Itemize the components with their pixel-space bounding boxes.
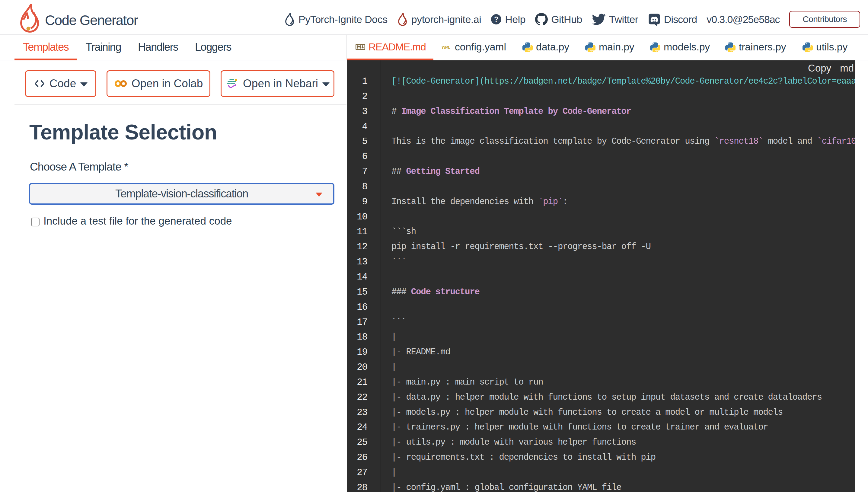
svg-text:?: ? <box>494 15 498 23</box>
svg-text:YML: YML <box>441 45 450 49</box>
